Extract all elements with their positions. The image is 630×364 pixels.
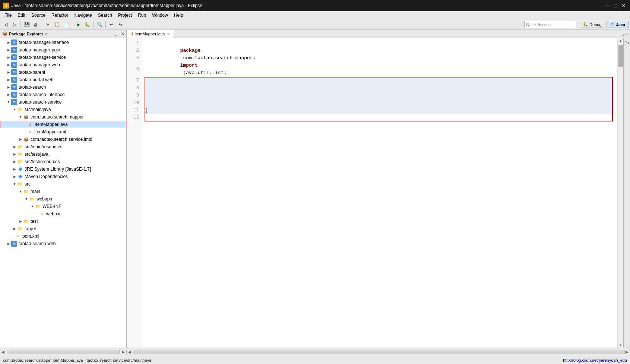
toolbar-paste[interactable]: 📄: [62, 20, 70, 29]
maximize-button[interactable]: □: [612, 2, 619, 9]
scroll-down-arrow[interactable]: ▼: [618, 342, 623, 348]
list-item[interactable]: ▼ M taotao-search-service: [0, 98, 126, 106]
xml-file-icon: ✕: [27, 129, 33, 135]
list-item[interactable]: ▶ M taotao-manager-pojo: [0, 46, 126, 54]
pe-close-btn[interactable]: ✕: [121, 32, 124, 36]
perspective-java-btn[interactable]: ☕ Java: [607, 21, 629, 28]
list-item[interactable]: ▶ M taotao-manager-web: [0, 61, 126, 69]
toolbar-cut[interactable]: ✂: [44, 20, 52, 29]
java-file-icon: J: [27, 121, 33, 127]
list-item[interactable]: ▶ 📁 src/test/resources: [0, 158, 126, 165]
code-content[interactable]: package com.taotao.search.mapper; import…: [142, 38, 617, 348]
tree-item-label: webapp: [37, 196, 52, 202]
toolbar-search[interactable]: 🔍: [95, 20, 104, 29]
bottom-bar: ◀ ▶ ◀ ▶: [0, 348, 630, 356]
list-item[interactable]: ▼ 📁 webapp: [0, 195, 126, 203]
tree-item-label: taotao-manager-web: [19, 62, 60, 67]
menu-navigate[interactable]: Navigate: [71, 12, 95, 19]
list-item[interactable]: ▶ M taotao-manager-service: [0, 54, 126, 61]
editor-vertical-scrollbar[interactable]: ▲ ▼: [617, 38, 623, 348]
ed-scroll-left[interactable]: ◀: [128, 350, 131, 354]
editor-tab-itemmapper[interactable]: J ItemMapper.java ✕: [127, 30, 174, 38]
toolbar-fwd[interactable]: ▷: [10, 20, 19, 29]
toolbar-run[interactable]: ▶: [74, 20, 82, 29]
pe-scroll-right[interactable]: ▶: [122, 350, 125, 354]
perspective-debug-btn[interactable]: 🐛 Debug: [580, 21, 605, 28]
list-item[interactable]: ▼ 📁 WEB-INF: [0, 203, 126, 210]
code-line: import java.util.List;: [145, 54, 614, 62]
list-item[interactable]: ▶ 📁 test: [0, 218, 126, 225]
app-icon: J: [3, 3, 9, 9]
ed-scroll-right[interactable]: ▶: [626, 350, 629, 354]
list-item[interactable]: ▶ M taotao-portal-web: [0, 76, 126, 83]
menu-run[interactable]: Run: [135, 12, 149, 19]
toolbar-undo[interactable]: ↩: [108, 20, 116, 29]
pe-horizontal-scrollbar[interactable]: [7, 350, 120, 354]
rs-btn-1[interactable]: Ju: [624, 39, 630, 46]
code-editor[interactable]: 1 2 3 6 7 8 9 10 11 12 package com.taota…: [127, 38, 617, 348]
toolbar-print[interactable]: 🖨: [32, 20, 40, 29]
toolbar-save[interactable]: 💾: [23, 20, 31, 29]
list-item[interactable]: ▶ 📦 com.taotao.search.service.impl: [0, 136, 126, 143]
list-item[interactable]: ▼ 📁 src/main/java: [0, 106, 126, 113]
menu-edit[interactable]: Edit: [15, 12, 28, 19]
package-icon: 📦: [23, 136, 29, 142]
xml-file-icon: ✕: [15, 233, 21, 239]
toolbar-back[interactable]: ◁: [1, 20, 10, 29]
list-item[interactable]: ▼ 📁 src: [0, 180, 126, 188]
close-button[interactable]: ✕: [620, 2, 627, 9]
line-number: 6: [127, 62, 142, 77]
list-item[interactable]: ✕ web.xml: [0, 210, 126, 218]
tree-arrow: ▶: [6, 41, 11, 44]
menu-source[interactable]: Source: [28, 12, 48, 19]
list-item[interactable]: J ItemMapper.java: [0, 121, 126, 128]
list-item[interactable]: ▶ 📁 src/test/java: [0, 151, 126, 158]
tab-ctrl-min[interactable]: _: [622, 32, 624, 36]
tab-ctrl-max[interactable]: □: [626, 32, 628, 36]
toolbar-redo[interactable]: ↪: [117, 20, 125, 29]
list-item[interactable]: ▶ M taotao-manager-interface: [0, 39, 126, 46]
list-item[interactable]: ▼ 📦 com.taotao.search.mapper: [0, 113, 126, 121]
folder-icon: 📁: [35, 203, 41, 209]
list-item[interactable]: ▶ M taotao-search: [0, 83, 126, 91]
tree-item-label: com.taotao.search.mapper: [31, 114, 84, 120]
minimize-button[interactable]: ─: [604, 2, 611, 9]
menu-project[interactable]: Project: [115, 12, 135, 19]
toolbar-copy[interactable]: 📋: [53, 20, 61, 29]
list-item[interactable]: ▼ 📁 main: [0, 188, 126, 195]
pe-maximize-btn[interactable]: □: [118, 32, 120, 36]
tree-item-label: taotao-search-web: [19, 241, 56, 246]
list-item[interactable]: ▶ 📁 target: [0, 225, 126, 232]
menu-refactor[interactable]: Refactor: [48, 12, 71, 19]
pe-scroll-left[interactable]: ◀: [1, 350, 4, 354]
tree-item-label: test: [31, 219, 38, 224]
toolbar-sep-3: [72, 21, 72, 28]
list-item[interactable]: ▶ M taotao-search-interface: [0, 91, 126, 98]
tree-arrow: ▶: [12, 160, 17, 164]
pe-minimize-btn[interactable]: _: [114, 32, 117, 36]
tab-close-icon[interactable]: ✕: [167, 32, 170, 36]
list-item[interactable]: ▶ 🔷 JRE System Library [JavaSE-1.7]: [0, 165, 126, 173]
list-item[interactable]: ✕ pom.xml: [0, 232, 126, 240]
scroll-up-arrow[interactable]: ▲: [618, 38, 623, 43]
list-item[interactable]: ▶ 📁 src/main/resources: [0, 143, 126, 151]
menu-search[interactable]: Search: [95, 12, 115, 19]
tree-item-label: pom.xml: [22, 234, 39, 239]
menu-window[interactable]: Window: [149, 12, 171, 19]
ed-horizontal-scrollbar[interactable]: [132, 350, 625, 354]
line-number: 7: [127, 77, 142, 84]
project-icon: M: [11, 69, 17, 75]
toolbar: ◁ ▷ 💾 🖨 ✂ 📋 📄 ▶ 🐛 🔍 ↩ ↪ 🐛 Debug ☕ Java: [0, 19, 630, 30]
scroll-thumb[interactable]: [618, 45, 623, 67]
list-item[interactable]: ▶ M taotao-search-web: [0, 240, 126, 247]
list-item[interactable]: ▶ M taotao-parent: [0, 69, 126, 76]
code-line: [145, 114, 614, 121]
toolbar-debug[interactable]: 🐛: [83, 20, 91, 29]
list-item[interactable]: ✕ ItemMapper.xml: [0, 128, 126, 136]
list-item[interactable]: ▶ 🔷 Maven Dependencies: [0, 173, 126, 180]
menu-help[interactable]: Help: [171, 12, 186, 19]
quick-access-input[interactable]: [524, 21, 576, 28]
menu-file[interactable]: File: [1, 12, 15, 19]
tree-item-label: target: [25, 226, 36, 231]
code-line: [145, 47, 614, 54]
